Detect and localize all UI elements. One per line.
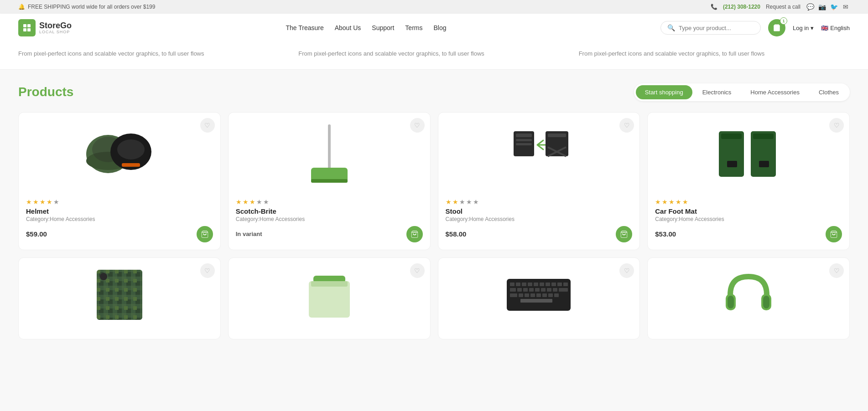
twitter-icon[interactable]: 🐦 bbox=[830, 3, 838, 11]
flag-icon: 🇬🇧 bbox=[821, 25, 828, 31]
stars-stool: ★ ★ ★ ★ ★ bbox=[446, 198, 633, 206]
request-call-link[interactable]: Request a call bbox=[766, 4, 800, 10]
nav-item-blog[interactable]: Blog bbox=[433, 24, 446, 31]
nav-item-support[interactable]: Support bbox=[372, 24, 394, 31]
product-footer-carmat: $53.00 bbox=[655, 226, 842, 242]
email-icon[interactable]: ✉ bbox=[842, 3, 850, 11]
wishlist-button-carmat[interactable]: ♡ bbox=[829, 118, 844, 133]
product-variant-scotchbrite: In variant bbox=[236, 231, 262, 237]
svg-rect-30 bbox=[759, 161, 769, 167]
svg-rect-52 bbox=[563, 283, 568, 286]
logo-sub: LOCAL SHOP bbox=[39, 30, 72, 34]
svg-rect-61 bbox=[559, 288, 568, 292]
login-label: Log in bbox=[793, 25, 809, 31]
svg-rect-64 bbox=[525, 293, 529, 297]
add-cart-button-carmat[interactable] bbox=[826, 226, 842, 242]
logo-name: StoreGo bbox=[39, 21, 72, 30]
headphones-svg bbox=[721, 267, 776, 322]
product-footer-stool: $58.00 bbox=[446, 226, 633, 242]
logo-text: StoreGo LOCAL SHOP bbox=[39, 21, 72, 34]
product-image-headphones bbox=[655, 265, 842, 324]
top-bar: 🔔 FREE SHIPPING world wide for all order… bbox=[0, 0, 868, 14]
products-header: Products Start shopping Electronics Home… bbox=[18, 83, 850, 101]
login-button[interactable]: Log in ▾ bbox=[793, 25, 814, 31]
product-image-helmet bbox=[26, 120, 213, 193]
language-selector[interactable]: 🇬🇧 English bbox=[821, 25, 850, 31]
language-label: English bbox=[830, 25, 850, 31]
product-category-stool: Category:Home Accessories bbox=[446, 216, 633, 222]
logo[interactable]: StoreGo LOCAL SHOP bbox=[18, 19, 72, 36]
add-cart-button-stool[interactable] bbox=[616, 226, 632, 242]
promo-item-1: From pixel-perfect icons and scalable ve… bbox=[18, 49, 289, 58]
search-bar[interactable]: 🔍 bbox=[660, 21, 761, 35]
wishlist-button-helmet[interactable]: ♡ bbox=[200, 118, 215, 133]
header: StoreGo LOCAL SHOP The Treasure About Us… bbox=[0, 14, 868, 42]
product-card-scotchbrite: ♡ ★ ★ ★ ★ ★ Scotch-Brite Category:Home A… bbox=[228, 112, 431, 250]
product-image-camo bbox=[26, 265, 213, 324]
wishlist-button-keyboard[interactable]: ♡ bbox=[619, 263, 634, 278]
filter-home-accessories[interactable]: Home Accessories bbox=[741, 85, 809, 99]
nav-item-terms[interactable]: Terms bbox=[405, 24, 422, 31]
wishlist-button-container[interactable]: ♡ bbox=[410, 263, 425, 278]
filter-electronics[interactable]: Electronics bbox=[693, 85, 741, 99]
products-title: Products bbox=[18, 85, 73, 99]
svg-rect-2 bbox=[23, 28, 26, 31]
svg-rect-70 bbox=[520, 299, 552, 303]
svg-rect-19 bbox=[516, 143, 532, 145]
svg-rect-47 bbox=[534, 283, 538, 286]
mat-svg bbox=[714, 124, 783, 188]
svg-rect-49 bbox=[546, 283, 550, 286]
promo-item-2: From pixel-perfect icons and scalable ve… bbox=[298, 49, 569, 58]
svg-rect-74 bbox=[763, 296, 769, 308]
chevron-down-icon: ▾ bbox=[811, 25, 814, 31]
svg-rect-1 bbox=[27, 24, 31, 27]
cart-button[interactable]: 1 bbox=[768, 19, 785, 36]
product-card-camo: ♡ bbox=[18, 257, 221, 339]
svg-rect-21 bbox=[548, 134, 566, 137]
product-price-helmet: $59.00 bbox=[26, 230, 47, 238]
cart-badge: 1 bbox=[780, 17, 787, 25]
svg-rect-67 bbox=[542, 293, 547, 297]
filter-clothes[interactable]: Clothes bbox=[810, 85, 848, 99]
instagram-icon[interactable]: 📷 bbox=[818, 3, 826, 11]
helmet-svg bbox=[83, 124, 156, 188]
product-card-carmat: ♡ ★ ★ ★ ★ ★ Car Foot Mat Category:Ho bbox=[647, 112, 850, 250]
product-name-helmet: Helmet bbox=[26, 207, 213, 215]
svg-rect-45 bbox=[522, 283, 526, 286]
product-price-stool: $58.00 bbox=[446, 230, 467, 238]
wishlist-button-stool[interactable]: ♡ bbox=[619, 118, 634, 133]
svg-rect-41 bbox=[311, 281, 348, 287]
phone-number[interactable]: (212) 308-1220 bbox=[723, 4, 760, 10]
wishlist-button-camo[interactable]: ♡ bbox=[200, 263, 215, 278]
svg-rect-59 bbox=[547, 288, 551, 292]
product-card-headphones: ♡ bbox=[647, 257, 850, 339]
cart-icon-helmet bbox=[201, 230, 209, 238]
nav-item-treasure[interactable]: The Treasure bbox=[286, 24, 323, 31]
product-name-scotchbrite: Scotch-Brite bbox=[236, 207, 423, 215]
wishlist-button-headphones[interactable]: ♡ bbox=[829, 263, 844, 278]
svg-point-38 bbox=[100, 273, 107, 280]
search-input[interactable] bbox=[679, 25, 754, 31]
svg-rect-51 bbox=[557, 283, 562, 286]
add-cart-button-scotchbrite[interactable] bbox=[406, 226, 423, 242]
svg-rect-10 bbox=[122, 163, 140, 167]
add-cart-button-helmet[interactable] bbox=[197, 226, 213, 242]
svg-rect-53 bbox=[510, 288, 516, 292]
svg-rect-69 bbox=[554, 293, 559, 297]
filter-start-shopping[interactable]: Start shopping bbox=[636, 85, 692, 99]
camo-svg bbox=[94, 267, 145, 322]
product-card-keyboard: ♡ bbox=[438, 257, 640, 339]
svg-rect-65 bbox=[530, 293, 535, 297]
logo-icon bbox=[18, 19, 36, 36]
product-image-keyboard bbox=[446, 265, 633, 324]
wishlist-button-scotchbrite[interactable]: ♡ bbox=[410, 118, 425, 133]
promo-text-row: From pixel-perfect icons and scalable ve… bbox=[0, 42, 868, 70]
whatsapp-icon[interactable]: 💬 bbox=[806, 3, 814, 11]
svg-rect-73 bbox=[728, 296, 734, 308]
products-grid: ♡ ★ ★ ★ ★ ★ Helmet bbox=[18, 112, 850, 339]
svg-rect-14 bbox=[311, 179, 348, 183]
cart-icon-stool bbox=[620, 230, 628, 238]
svg-rect-26 bbox=[721, 134, 742, 139]
nav-item-about[interactable]: About Us bbox=[335, 24, 361, 31]
cart-icon bbox=[773, 24, 781, 32]
